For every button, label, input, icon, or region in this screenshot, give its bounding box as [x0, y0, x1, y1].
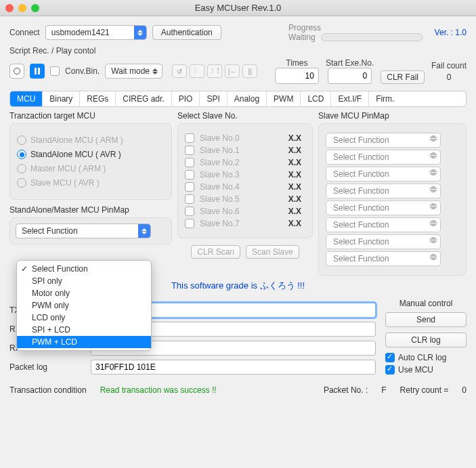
packet-log-label: Packet log [9, 362, 91, 372]
wait-mode-select[interactable]: Wait mode [105, 64, 163, 79]
play-reset-button[interactable]: ↺ [172, 64, 187, 78]
auto-clr-log-checkbox[interactable] [385, 353, 395, 362]
chevron-updown-icon [429, 186, 437, 192]
packet-no-label: Packet No. : [324, 385, 368, 395]
authentication-button[interactable]: Authentication [152, 25, 221, 40]
clr-scan-button[interactable]: CLR Scan [191, 245, 240, 259]
radio-master-arm[interactable] [17, 164, 26, 173]
chevron-updown-icon [429, 135, 437, 142]
slave-pinmap-select-6[interactable]: Select Function [326, 234, 441, 249]
manual-control-title: Manual control [385, 299, 467, 308]
tab-cireg[interactable]: CIREG adr. [116, 91, 171, 106]
convbin-label: Conv.Bin. [65, 66, 100, 76]
send-button[interactable]: Send [385, 312, 467, 327]
scan-slave-button[interactable]: Scan Slave [246, 245, 299, 259]
start-exe-label: Start Exe.No. [326, 58, 374, 68]
tab-firm[interactable]: Firm. [369, 91, 401, 106]
slave0-checkbox[interactable] [185, 133, 194, 143]
chevron-updown-icon [429, 220, 437, 226]
play-rewind-button[interactable]: |← [225, 64, 240, 78]
slave1-checkbox[interactable] [185, 146, 194, 155]
slave4-checkbox[interactable] [185, 182, 194, 192]
start-exe-input[interactable] [328, 68, 372, 84]
chevron-updown-icon [429, 254, 437, 260]
clr-fail-button[interactable]: CLR Fail [381, 70, 425, 84]
pause-button[interactable] [30, 64, 45, 79]
play-step-button[interactable]: 〉 [190, 64, 204, 78]
tab-binary[interactable]: Binary [43, 91, 80, 106]
main-tabbar: MCU Binary REGs CIREG adr. PIO SPI Analo… [9, 91, 467, 107]
trans-target-title: Tranzaction target MCU [9, 111, 172, 121]
tab-pio[interactable]: PIO [172, 91, 200, 106]
script-section-label: Script Rec. / Play contol [9, 46, 467, 56]
record-button[interactable] [9, 64, 24, 79]
radio-standalone-arm[interactable] [17, 135, 26, 145]
pinmap-opt-lcd[interactable]: LCD only [17, 312, 151, 324]
fail-count-value: 0 [431, 70, 467, 84]
pinmap-opt-spi-lcd[interactable]: SPI + LCD [17, 324, 151, 336]
fail-count-label: Fail count [431, 61, 467, 70]
chevron-updown-icon [429, 237, 437, 243]
pinmap-opt-select-function[interactable]: Select Function [17, 263, 151, 275]
packet-no-value: F [381, 385, 386, 395]
slave6-checkbox[interactable] [185, 207, 194, 216]
slave5-checkbox[interactable] [185, 194, 194, 204]
tab-lcd[interactable]: LCD [301, 91, 331, 106]
slave-pinmap-select-1[interactable]: Select Function [326, 150, 441, 165]
packet-log-input[interactable] [91, 360, 376, 375]
pinmap-opt-spi[interactable]: SPI only [17, 275, 151, 287]
transaction-condition-value: Read transaction was success !! [100, 385, 217, 395]
master-pinmap-dropdown: Select Function SPI only Motor only PWM … [16, 260, 152, 351]
circle-icon [14, 68, 20, 75]
slave-pinmap-select-4[interactable]: Select Function [326, 200, 441, 215]
slave-pinmap-select-2[interactable]: Select Function [326, 167, 441, 182]
progress-status: Waiting [288, 33, 316, 42]
use-mcu-checkbox[interactable] [385, 365, 395, 375]
slave-pinmap-select-3[interactable]: Select Function [326, 184, 441, 198]
times-label: Times [275, 58, 319, 68]
chevron-updown-icon [134, 26, 146, 39]
transaction-condition-label: Transaction condition [9, 385, 87, 395]
chevron-updown-icon [138, 224, 150, 238]
play-run-button[interactable]: 〉! [207, 64, 222, 78]
slave3-checkbox[interactable] [185, 170, 194, 179]
radio-standalone-avr[interactable] [17, 150, 26, 159]
slave-pinmap-title: Slave MCU PinMap [318, 111, 467, 121]
master-pinmap-select[interactable]: Select Function [16, 224, 151, 238]
connect-label: Connect [9, 28, 40, 37]
convbin-checkbox[interactable] [50, 66, 60, 76]
retry-count-label: Retry count = [400, 385, 449, 395]
pinmap-opt-pwm-lcd[interactable]: PWM + LCD [17, 336, 151, 348]
pinmap-opt-pwm[interactable]: PWM only [17, 299, 151, 312]
slave-select-title: Select Slave No. [177, 111, 313, 121]
tab-mcu[interactable]: MCU [10, 91, 43, 106]
progress-bar [321, 33, 423, 41]
times-input[interactable] [275, 68, 319, 84]
slave-pinmap-select-7[interactable]: Select Function [326, 251, 441, 266]
chevron-updown-icon [151, 66, 159, 77]
clr-log-button[interactable]: CLR log [385, 333, 467, 347]
version-value: 1.0 [455, 28, 467, 37]
port-select[interactable]: usbmodem1421 [45, 25, 147, 40]
window-title: Easy MCUser Rev.1.0 [0, 3, 476, 13]
slave7-checkbox[interactable] [185, 219, 194, 228]
port-value: usbmodem1421 [51, 28, 110, 37]
tab-analog[interactable]: Analog [228, 91, 267, 106]
progress-label: Progress [288, 23, 423, 33]
chevron-updown-icon [429, 152, 437, 158]
tab-pwm[interactable]: PWM [267, 91, 301, 106]
slave-pinmap-select-0[interactable]: Select Function [326, 133, 441, 148]
slave2-checkbox[interactable] [185, 158, 194, 167]
tab-regs[interactable]: REGs [80, 91, 116, 106]
slave-pinmap-select-5[interactable]: Select Function [326, 217, 441, 232]
pinmap-opt-motor[interactable]: Motor only [17, 287, 151, 299]
master-pinmap-title: StandAlone/Master MCU PinMap [9, 205, 172, 215]
play-pause-button[interactable]: || [242, 64, 257, 78]
version-label: Ver. : [435, 28, 453, 37]
chevron-updown-icon [429, 169, 437, 175]
tab-spi[interactable]: SPI [200, 91, 227, 106]
tab-extif[interactable]: Ext.I/F [331, 91, 369, 106]
retry-count-value: 0 [462, 385, 467, 395]
chevron-updown-icon [429, 203, 437, 209]
radio-slave-avr[interactable] [17, 178, 26, 188]
